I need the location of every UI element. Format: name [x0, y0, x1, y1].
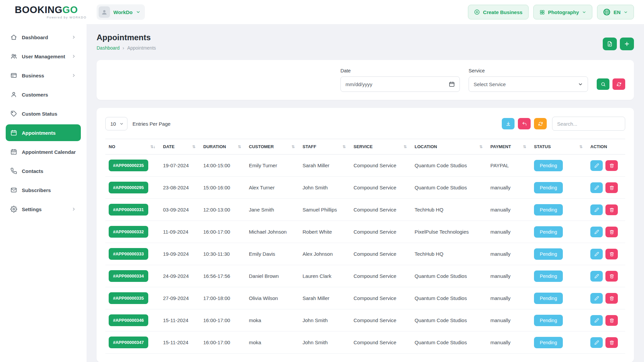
appointment-no-badge[interactable]: #APP00000295	[109, 182, 148, 193]
cell-duration: 10:30-11:30	[200, 243, 246, 265]
users-icon	[10, 53, 17, 60]
edit-button[interactable]	[590, 293, 603, 304]
breadcrumb-dashboard-link[interactable]: Dashboard	[97, 45, 120, 51]
appointment-no-badge[interactable]: #APP00000235	[109, 160, 148, 171]
cell-location: Quantum Code Studios	[411, 287, 487, 309]
date-input[interactable]: mm/dd/yyyy	[340, 76, 460, 92]
status-badge: Pending	[534, 270, 563, 282]
cell-location: Quantum Code Studios	[411, 309, 487, 331]
pencil-icon	[594, 252, 599, 256]
edit-button[interactable]	[590, 160, 603, 171]
delete-button[interactable]	[605, 249, 618, 259]
appointment-no-badge[interactable]: #APP00000332	[109, 226, 148, 238]
col-header-no[interactable]: NO⇅↓	[105, 139, 160, 155]
delete-button[interactable]	[605, 204, 618, 215]
sidebar-item-contacts[interactable]: Contacts	[6, 163, 81, 179]
sidebar-item-user-management[interactable]: User Management	[6, 48, 81, 65]
export-button[interactable]	[603, 38, 617, 50]
sidebar-item-appointments[interactable]: Appointments	[6, 124, 81, 141]
entries-per-page-select[interactable]: 10	[105, 117, 127, 130]
sidebar-item-settings[interactable]: Settings	[6, 201, 81, 218]
delete-button[interactable]	[605, 271, 618, 282]
cell-date: 24-09-2024	[160, 265, 200, 287]
cell-location: Quantum Code Studios	[411, 155, 487, 177]
edit-button[interactable]	[590, 249, 603, 259]
workspace-switcher[interactable]: WorkDo	[97, 4, 145, 20]
edit-button[interactable]	[590, 204, 603, 215]
filter-search-button[interactable]	[597, 78, 609, 90]
sidebar-item-custom-status[interactable]: Custom Status	[6, 105, 81, 122]
appointment-row: #APP00000235 19-07-2024 14:00-15:00 Emil…	[105, 155, 625, 177]
edit-button[interactable]	[590, 271, 603, 282]
cell-service: Compound Service	[350, 287, 411, 309]
delete-button[interactable]	[605, 337, 618, 348]
row-actions	[590, 182, 622, 193]
col-header-customer[interactable]: CUSTOMER⇅	[246, 139, 299, 155]
table-search-input[interactable]	[552, 117, 625, 131]
plus-icon	[624, 41, 630, 47]
status-badge: Pending	[534, 293, 563, 304]
service-select[interactable]: Select Service	[469, 76, 588, 92]
edit-button[interactable]	[590, 227, 603, 237]
service-filter-label: Service	[469, 68, 588, 73]
download-button[interactable]	[502, 118, 515, 129]
cell-customer: Jane Smith	[246, 199, 299, 221]
col-header-service[interactable]: SERVICE⇅	[350, 139, 411, 155]
col-header-date[interactable]: DATE⇅	[160, 139, 200, 155]
module-switcher-button[interactable]: Photography	[533, 5, 593, 19]
cell-date: 23-08-2024	[160, 177, 200, 199]
col-header-action: ACTION	[587, 139, 625, 155]
appointment-no-badge[interactable]: #APP00000331	[109, 204, 148, 216]
col-header-payment[interactable]: PAYMENT⇅	[487, 139, 531, 155]
file-export-icon	[607, 41, 613, 47]
delete-button[interactable]	[605, 315, 618, 326]
cell-location: Quantum Code Studios	[411, 265, 487, 287]
col-header-duration[interactable]: DURATION⇅	[200, 139, 246, 155]
edit-button[interactable]	[590, 337, 603, 348]
delete-button[interactable]	[605, 182, 618, 193]
cell-staff: Sarah Miller	[299, 287, 350, 309]
appointment-no-badge[interactable]: #APP00000347	[109, 337, 148, 348]
sidebar-item-dashboard[interactable]: Dashboard	[6, 29, 81, 46]
cell-location: TechHub HQ	[411, 199, 487, 221]
chevron-down-icon	[119, 122, 124, 126]
top-header: BOOKINGGO Powered by WORKDO WorkDo Creat…	[0, 0, 644, 24]
cell-staff: John Smith	[299, 331, 350, 354]
language-selector[interactable]: EN	[597, 5, 634, 19]
delete-button[interactable]	[605, 160, 618, 171]
col-header-location[interactable]: LOCATION⇅	[411, 139, 487, 155]
row-actions	[590, 204, 622, 215]
sidebar-item-subscribers[interactable]: Subscribers	[6, 182, 81, 198]
refresh-button[interactable]	[534, 118, 547, 129]
appointment-no-badge[interactable]: #APP00000335	[109, 292, 148, 304]
add-appointment-button[interactable]	[620, 38, 634, 50]
appointment-no-badge[interactable]: #APP00000346	[109, 314, 148, 326]
create-business-button[interactable]: Create Business	[468, 5, 529, 19]
cell-duration: 17:00-18:00	[200, 287, 246, 309]
row-actions	[590, 293, 622, 304]
trash-icon	[609, 252, 614, 256]
undo-button[interactable]	[518, 118, 531, 129]
appointment-no-badge[interactable]: #APP00000333	[109, 248, 148, 260]
search-icon	[601, 82, 606, 87]
cell-service: Compound Service	[350, 155, 411, 177]
sort-icon: ⇅	[404, 144, 407, 149]
filter-reset-button[interactable]	[612, 78, 625, 90]
calendar-icon	[10, 148, 17, 155]
delete-button[interactable]	[605, 227, 618, 237]
plus-circle-icon	[474, 9, 480, 15]
edit-button[interactable]	[590, 182, 603, 193]
row-actions	[590, 315, 622, 326]
delete-button[interactable]	[605, 293, 618, 304]
sidebar-item-business[interactable]: Business	[6, 67, 81, 84]
cell-service: Compound Service	[350, 243, 411, 265]
appointment-no-badge[interactable]: #APP00000334	[109, 270, 148, 282]
edit-button[interactable]	[590, 315, 603, 326]
app-logo[interactable]: BOOKINGGO Powered by WORKDO	[15, 5, 87, 19]
col-header-status[interactable]: STATUS⇅	[531, 139, 587, 155]
col-header-staff[interactable]: STAFF⇅	[299, 139, 350, 155]
sidebar-item-appointment-calendar[interactable]: Appointment Calendar	[6, 143, 81, 160]
cell-payment: PAYPAL	[487, 155, 531, 177]
sidebar-item-customers[interactable]: Customers	[6, 86, 81, 103]
trash-icon	[609, 163, 614, 168]
